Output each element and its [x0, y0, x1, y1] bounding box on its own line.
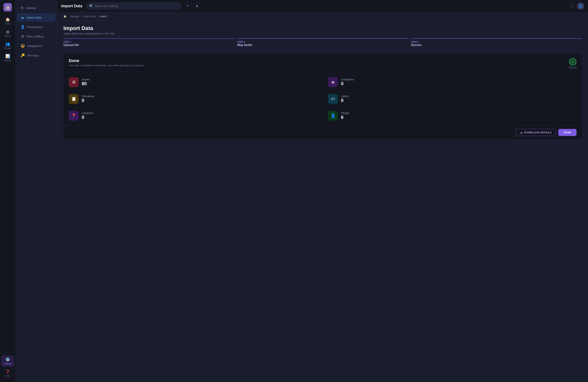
done-button[interactable]: DONE: [558, 129, 577, 136]
sidebar-item-assets[interactable]: ▦ Assets: [1, 27, 14, 39]
assets-info: Assets 80: [82, 78, 90, 87]
people-icon: 👥: [5, 42, 10, 46]
assets-label: Assets: [82, 78, 90, 81]
done-card-text: Done Your data is available immediately,…: [69, 58, 144, 67]
search-bar[interactable]: 🔍: [86, 2, 182, 10]
content-area: 🏠 / Settings / Import Data / Import Impo…: [57, 12, 588, 382]
search-input[interactable]: [95, 5, 178, 8]
breadcrumb-home-icon[interactable]: 🏠: [63, 15, 66, 18]
integrations-icon: 🔱: [21, 44, 25, 48]
step-2-label-bottom: Map fields: [237, 43, 408, 47]
sidebar-item-reports[interactable]: 📊 Reports: [1, 52, 14, 63]
breadcrumb-sep-2: /: [81, 15, 82, 18]
sidebar-label-permissions: Permissions: [27, 25, 43, 29]
done-title: Done: [69, 58, 144, 63]
page-subtitle: Import data from a spreadsheet or CSV fi…: [63, 32, 582, 35]
sidebar-label-integrations: Integrations: [27, 44, 42, 47]
done-card-footer: ☁ DOWNLOAD DETAILS DONE: [63, 126, 582, 139]
sidebar-item-permissions[interactable]: 👤 Permissions: [17, 22, 56, 31]
nav-label-assets: Assets: [4, 35, 11, 37]
breadcrumb-import: Import: [100, 15, 107, 18]
breadcrumb-sep-1: /: [68, 15, 69, 18]
reports-icon: 📊: [5, 54, 10, 58]
settings-icon: ⚙️: [5, 357, 10, 362]
sidebar-label-settings: Settings: [26, 6, 36, 10]
assets-icon: ▦: [6, 29, 10, 34]
labels-info: Labels 0: [341, 95, 349, 103]
locations-icon-box: 📍: [69, 111, 79, 121]
categories-value: 0: [341, 81, 354, 87]
avatar[interactable]: 👤: [577, 2, 584, 10]
avatar-icon: 👤: [579, 4, 583, 8]
done-subtitle: Your data is available immediately, even…: [69, 64, 144, 67]
home-icon: 🏠: [5, 17, 10, 22]
assets-icon-box: 🖥: [69, 77, 79, 87]
categories-icon-box: ◈: [328, 77, 338, 87]
synced-badge: ✓ Synced: [569, 58, 577, 69]
sidebar-item-settings[interactable]: ⚙️ Settings: [1, 355, 14, 367]
checkouts-icon-box: 📋: [69, 94, 79, 104]
categories-info: Categories 0: [341, 78, 354, 87]
step-1: STEP 1 Upload file: [63, 38, 234, 49]
main-content: Done Your data is available immediately,…: [57, 49, 588, 382]
page-title: Import Data: [61, 4, 82, 8]
checkouts-label: Checkouts: [82, 95, 94, 98]
sidebar-item-api-keys[interactable]: 🔑 API Keys: [17, 51, 56, 60]
permissions-icon: 👤: [21, 25, 25, 29]
sidebar-label-api-keys: API Keys: [27, 54, 39, 57]
stat-assets: 🖥 Assets 80: [63, 74, 323, 90]
add-button[interactable]: +: [184, 2, 191, 10]
sidebar-item-integrations[interactable]: 🔱 Integrations: [17, 42, 56, 50]
synced-icon: ✓: [569, 58, 576, 66]
chat-icon: ❓: [5, 369, 10, 374]
sidebar-item-people[interactable]: 👥 People: [1, 40, 14, 51]
step-3-label-bottom: Review: [411, 43, 582, 47]
main-area: Import Data 🔍 + ⊞ ☽ 👤 🏠 / Settings / Imp…: [57, 0, 588, 382]
locations-label: Locations: [82, 112, 93, 115]
checkouts-value: 0: [82, 98, 94, 103]
scan-button[interactable]: ⊞: [193, 2, 201, 10]
done-label: DONE: [564, 131, 571, 134]
synced-label: Synced: [569, 66, 577, 69]
nav-label-reports: Reports: [4, 59, 11, 62]
checkouts-info: Checkouts 0: [82, 95, 94, 103]
done-card: Done Your data is available immediately,…: [63, 54, 582, 139]
sidebar-item-plan-billing[interactable]: 🖥 Plan & Billing: [17, 32, 56, 41]
stat-people: 👤 People 6: [323, 107, 582, 124]
step-1-label-bottom: Upload file: [63, 43, 234, 47]
download-icon: ☁: [520, 131, 523, 134]
nav-label-chat: Chat: [5, 375, 10, 377]
step-3-label-top: STEP 3: [411, 41, 582, 43]
nav-label-settings: Settings: [4, 362, 11, 365]
sidebar-item-settings-sub[interactable]: ⚙ Settings: [17, 3, 56, 12]
stats-grid: 🖥 Assets 80 ◈ Categories 0: [63, 72, 582, 126]
assets-value: 80: [82, 81, 90, 87]
step-2-label-top: STEP 2: [237, 41, 408, 43]
search-icon: 🔍: [89, 4, 93, 8]
stat-categories: ◈ Categories 0: [323, 74, 582, 90]
sidebar-item-import-data[interactable]: ☁ Import Data: [17, 13, 56, 22]
sidebar-item-home[interactable]: 🏠 Home: [1, 15, 14, 27]
nav-label-home: Home: [5, 22, 10, 25]
sidebar-item-chat[interactable]: ❓ Chat: [1, 367, 14, 379]
people-label: People: [341, 112, 349, 115]
step-2-line: [237, 38, 408, 39]
dark-mode-button[interactable]: ☽: [567, 2, 575, 10]
nav-label-people: People: [4, 47, 11, 49]
stat-labels: 🏷 Labels 0: [323, 90, 582, 107]
app-logo[interactable]: 🤖: [3, 3, 12, 11]
top-header: Import Data 🔍 + ⊞ ☽ 👤: [57, 0, 588, 12]
step-3-line: [411, 38, 582, 39]
labels-value: 0: [341, 98, 349, 103]
page-main-title: Import Data: [63, 25, 582, 31]
nav-divider: [4, 353, 11, 353]
locations-value: 0: [82, 115, 93, 120]
download-details-button[interactable]: ☁ DOWNLOAD DETAILS: [516, 129, 556, 136]
done-card-header: Done Your data is available immediately,…: [63, 54, 582, 72]
nav-rail: 🤖 🏠 Home ▦ Assets 👥 People 📊 Reports ⚙️ …: [0, 0, 15, 382]
locations-info: Locations 0: [82, 112, 93, 120]
categories-label: Categories: [341, 78, 354, 81]
people-icon-box: 👤: [328, 111, 338, 121]
people-value: 6: [341, 115, 349, 120]
sidebar: ⚙ Settings ☁ Import Data 👤 Permissions 🖥…: [15, 0, 57, 382]
